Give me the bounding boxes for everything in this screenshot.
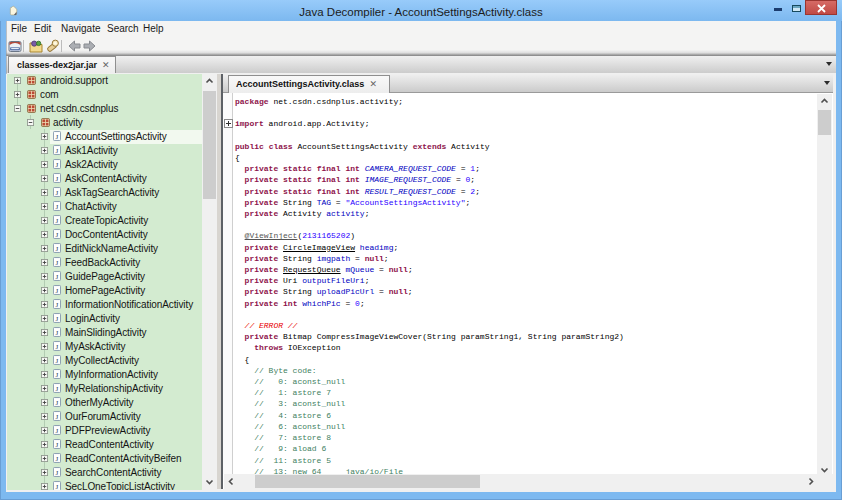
svg-text:J: J [56, 343, 59, 351]
svg-text:J: J [56, 329, 59, 337]
svg-text:J: J [56, 469, 59, 477]
svg-text:J: J [56, 427, 59, 435]
svg-text:J: J [56, 273, 59, 281]
svg-text:J: J [56, 399, 59, 407]
svg-text:J: J [56, 203, 59, 211]
svg-text:J: J [56, 161, 59, 169]
svg-text:J: J [56, 455, 59, 463]
svg-text:J: J [56, 371, 59, 379]
svg-text:J: J [56, 133, 59, 141]
svg-text:J: J [56, 315, 59, 323]
svg-text:J: J [56, 175, 59, 183]
svg-text:J: J [56, 483, 59, 490]
svg-text:J: J [56, 231, 59, 239]
svg-text:J: J [56, 357, 59, 365]
svg-text:J: J [56, 147, 59, 155]
svg-text:J: J [56, 301, 59, 309]
svg-text:J: J [56, 189, 59, 197]
svg-text:J: J [56, 413, 59, 421]
svg-text:J: J [56, 217, 59, 225]
svg-text:J: J [56, 259, 59, 267]
svg-text:J: J [56, 385, 59, 393]
svg-text:J: J [56, 245, 59, 253]
svg-text:J: J [56, 441, 59, 449]
svg-text:J: J [56, 287, 59, 295]
